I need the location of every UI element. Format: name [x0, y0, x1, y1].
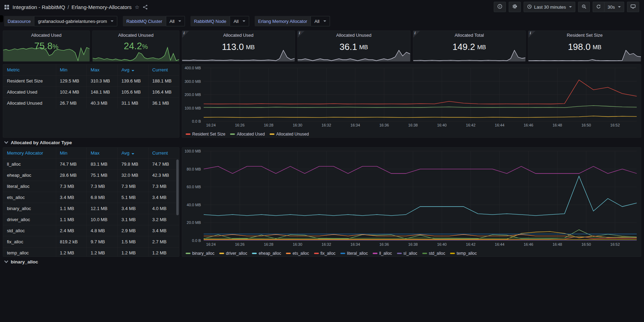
legend-item-ets_alloc[interactable]: ets_alloc — [286, 251, 309, 256]
info-button[interactable] — [494, 2, 506, 12]
table-row: literal_alloc7.3 MB7.3 MB7.3 MB7.3 MB — [3, 181, 179, 192]
gauge-value: 75.8% — [34, 38, 58, 61]
breadcrumb-folder[interactable]: Integration - RabbitMQ — [12, 4, 65, 10]
value-cell: 7.3 MB — [87, 181, 118, 192]
svg-text:16:52: 16:52 — [610, 242, 620, 246]
variable-value-dropdown[interactable]: All — [311, 16, 330, 26]
legend-item-binary_alloc[interactable]: binary_alloc — [186, 251, 214, 256]
panel-info-corner-icon[interactable]: i — [182, 31, 189, 38]
scrollbar-thumb[interactable] — [176, 159, 179, 215]
memory-timeseries-chart[interactable]: 0.0 B100.0 MB200.0 MB300.0 MB400.0 MB16:… — [182, 64, 641, 137]
row-label-cell: eheap_alloc — [3, 170, 56, 181]
chevron-down-icon — [111, 20, 113, 22]
column-header-min[interactable]: Min — [56, 64, 87, 76]
table-row: driver_alloc1.1 MB10.0 MB3.1 MB3.2 MB — [3, 214, 179, 225]
panel-title[interactable]: Allocated Total — [455, 31, 484, 38]
legend-label: Allocated Unused — [276, 132, 309, 137]
column-header-avg[interactable]: Avg — [118, 148, 149, 159]
variable-value-dropdown[interactable]: All — [166, 16, 185, 26]
dashboard-settings-button[interactable] — [509, 2, 521, 12]
column-header-memory-allocator[interactable]: Memory Allocator — [3, 148, 56, 159]
star-icon[interactable]: ☆ — [135, 5, 139, 10]
svg-text:16:26: 16:26 — [235, 242, 245, 246]
column-header-metric[interactable]: Metric — [3, 64, 56, 76]
value-cell: 3.4 MB — [118, 203, 149, 214]
value-cell: 105.6 MB — [118, 87, 149, 98]
stat-unit: MB — [359, 44, 368, 51]
legend-item-Resident Set Size[interactable]: Resident Set Size — [186, 132, 225, 137]
refresh-interval-label: 30s — [608, 5, 615, 10]
legend-item-std_alloc[interactable]: std_alloc — [422, 251, 445, 256]
table-row: ets_alloc3.4 MB6.8 MB5.1 MB3.4 MB — [3, 192, 179, 203]
time-range-picker[interactable]: Last 30 minutes — [524, 2, 575, 12]
value-cell: 3.2 MB — [148, 214, 179, 225]
panel-title[interactable]: Allocated Used — [223, 31, 253, 38]
svg-text:16:52: 16:52 — [610, 123, 620, 127]
column-header-min[interactable]: Min — [56, 148, 87, 159]
legend-swatch-icon — [270, 133, 274, 135]
zoom-out-button[interactable] — [578, 2, 590, 12]
data-table: Memory AllocatorMinMaxAvgCurrentll_alloc… — [3, 148, 179, 256]
panel-info-corner-icon[interactable]: i — [528, 31, 535, 38]
svg-text:16:50: 16:50 — [582, 242, 591, 246]
legend-item-sl_alloc[interactable]: sl_alloc — [397, 251, 417, 256]
legend-label: literal_alloc — [347, 251, 368, 256]
breadcrumb-dashboard[interactable]: Erlang-Memory-Allocators — [71, 4, 132, 10]
table-row: binary_alloc1.1 MB12.1 MB3.4 MB4.0 MB — [3, 203, 179, 214]
row-label-cell: Resident Set Size — [3, 76, 56, 87]
panel-info-corner-icon[interactable]: i — [413, 31, 420, 38]
column-header-avg[interactable]: Avg — [118, 64, 149, 76]
legend-item-literal_alloc[interactable]: literal_alloc — [340, 251, 368, 256]
value-cell: 74.7 MB — [148, 159, 179, 170]
refresh-button[interactable] — [593, 2, 604, 12]
column-header-max[interactable]: Max — [87, 148, 118, 159]
legend-item-eheap_alloc[interactable]: eheap_alloc — [252, 251, 281, 256]
svg-text:16:32: 16:32 — [322, 242, 331, 246]
panel-title[interactable]: Allocated Used — [31, 31, 61, 38]
svg-text:60.0 MB: 60.0 MB — [187, 185, 201, 189]
legend-item-Allocated Used[interactable]: Allocated Used — [230, 132, 265, 137]
legend-item-Allocated Unused[interactable]: Allocated Unused — [270, 132, 309, 137]
panel-info-corner-icon[interactable]: i — [298, 31, 305, 38]
allocators-timeseries-chart[interactable]: 0.0 B20.0 MB40.0 MB60.0 MB80.0 MB100.0 M… — [182, 148, 641, 256]
row-label-cell: temp_alloc — [3, 247, 56, 257]
gauge-unit: % — [142, 43, 148, 51]
svg-text:16:34: 16:34 — [350, 242, 360, 246]
svg-text:400.0 MB: 400.0 MB — [185, 66, 201, 70]
panel-title[interactable]: Allocated Unused — [336, 31, 372, 38]
table-scrollbar[interactable] — [176, 159, 179, 255]
variables-bar: Datasource grafanacloud-gabrielantunes-p… — [0, 14, 644, 29]
panel-title[interactable]: Allocated Unused — [118, 31, 154, 38]
panel-title[interactable]: Resident Set Size — [567, 31, 602, 38]
table-row: ll_alloc74.7 MB83.1 MB79.8 MB74.7 MB — [3, 159, 179, 170]
table-header-row: Memory AllocatorMinMaxAvgCurrent — [3, 148, 179, 159]
variable-value-dropdown[interactable]: grafanacloud-gabrielantunes-prom — [34, 16, 117, 26]
value-cell: 74.7 MB — [56, 159, 87, 170]
tv-mode-button[interactable] — [627, 2, 639, 12]
legend-label: sl_alloc — [404, 251, 417, 256]
row-label-cell: std_alloc — [3, 225, 56, 236]
time-range-label: Last 30 minutes — [534, 5, 566, 10]
refresh-interval-picker[interactable]: 30s — [604, 2, 624, 12]
row-allocated-by-allocator-type[interactable]: Allocated by Allocator Type — [3, 138, 641, 147]
column-header-max[interactable]: Max — [87, 64, 118, 76]
row-binary-alloc[interactable]: binary_alloc — [3, 257, 641, 267]
row-label-cell: fix_alloc — [3, 236, 56, 247]
chart-legend: binary_allocdriver_alloceheap_allocets_a… — [182, 249, 641, 257]
dashboard-grid-icon[interactable] — [4, 5, 9, 10]
row-title: binary_alloc — [11, 259, 38, 264]
value-cell: 1.2 MB — [118, 247, 149, 257]
svg-text:0.0 B: 0.0 B — [192, 238, 201, 243]
value-cell: 7.3 MB — [148, 181, 179, 192]
legend-swatch-icon — [314, 253, 319, 254]
legend-item-fix_alloc[interactable]: fix_alloc — [314, 251, 336, 256]
column-header-current[interactable]: Current — [148, 148, 179, 159]
column-header-current[interactable]: Current — [148, 64, 179, 76]
variable-value-dropdown[interactable]: All — [230, 16, 249, 26]
legend-item-ll_alloc[interactable]: ll_alloc — [373, 251, 392, 256]
side-menu-peek[interactable] — [0, 15, 3, 22]
value-cell: 75.1 MB — [87, 170, 118, 181]
legend-item-temp_alloc[interactable]: temp_alloc — [450, 251, 477, 256]
share-icon[interactable] — [143, 5, 148, 10]
legend-item-driver_alloc[interactable]: driver_alloc — [219, 251, 247, 256]
